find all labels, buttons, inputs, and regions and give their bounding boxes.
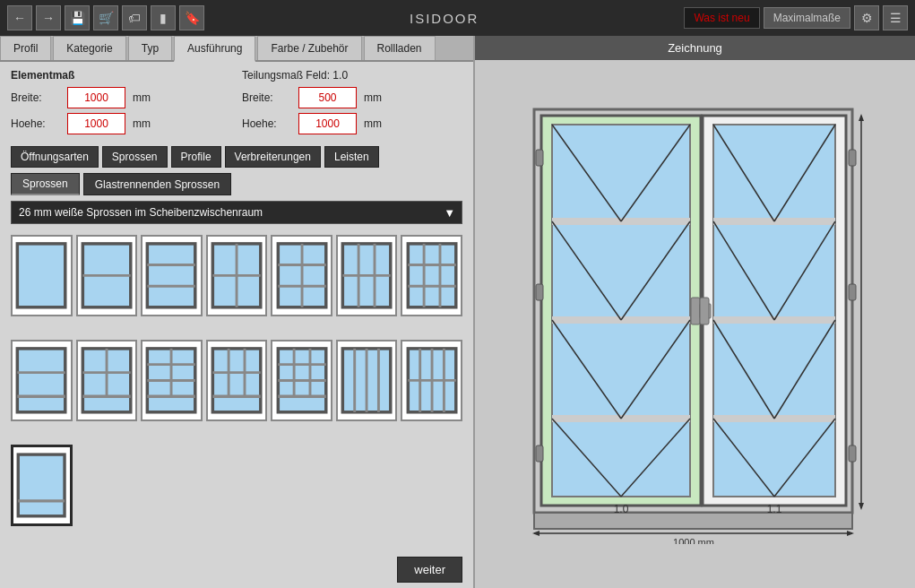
pattern-item[interactable]: [141, 235, 203, 316]
svg-rect-92: [849, 150, 856, 166]
main-content: Profil Kategorie Typ Ausführung Farbe / …: [0, 36, 915, 588]
tab-farbe[interactable]: Farbe / Zubehör: [257, 36, 361, 60]
svg-rect-34: [212, 349, 260, 412]
pattern-item[interactable]: [11, 445, 73, 526]
verbreiterungen-button[interactable]: Verbreiterungen: [225, 146, 321, 168]
hoehe-input[interactable]: [67, 113, 125, 134]
app-title: ISIDOOR: [208, 11, 680, 26]
breite-unit: mm: [133, 91, 151, 104]
breite2-unit: mm: [364, 91, 382, 104]
tab-kategorie[interactable]: Kategorie: [53, 36, 125, 60]
door-svg: 1.0: [525, 105, 866, 544]
hoehe2-label: Hoehe:: [242, 117, 291, 130]
pattern-item[interactable]: [336, 235, 398, 316]
pattern-item[interactable]: [401, 235, 462, 316]
pattern-item[interactable]: [11, 340, 73, 421]
pattern-item[interactable]: [336, 340, 398, 421]
main-button-row: Öffnungsarten Sprossen Profile Verbreite…: [0, 146, 473, 173]
tab-ausfuhrung[interactable]: Ausführung: [174, 36, 255, 62]
tab-typ[interactable]: Typ: [128, 36, 172, 60]
was-ist-neu-button[interactable]: Was ist neu: [684, 7, 759, 29]
pattern-item[interactable]: [11, 235, 73, 316]
teilung-section: Teilungsmaß Feld: 1.0 Breite: mm Hoehe: …: [231, 69, 462, 139]
svg-text:1000 mm: 1000 mm: [673, 537, 714, 544]
pattern-item[interactable]: [206, 235, 268, 316]
hoehe2-unit: mm: [364, 117, 382, 130]
svg-rect-88: [700, 298, 709, 324]
leisten-button[interactable]: Leisten: [324, 146, 379, 168]
sprossen-button[interactable]: Sprossen: [102, 146, 168, 168]
svg-marker-101: [847, 531, 854, 536]
settings-icon[interactable]: ⚙: [854, 5, 879, 30]
left-panel: Profil Kategorie Typ Ausführung Farbe / …: [0, 36, 475, 588]
svg-rect-89: [536, 150, 543, 166]
cart-button[interactable]: 🛒: [93, 5, 118, 30]
pattern-item[interactable]: [76, 235, 138, 316]
svg-text:1.0: 1.0: [613, 503, 628, 515]
pattern-item[interactable]: [271, 235, 332, 316]
element-mass-section: Elementmaß Breite: mm Hoehe: mm: [11, 69, 231, 139]
svg-rect-90: [536, 284, 543, 300]
svg-marker-100: [532, 531, 540, 536]
door-drawing-container: 1.0: [525, 105, 866, 544]
tabs-bar: Profil Kategorie Typ Ausführung Farbe / …: [0, 36, 473, 62]
hoehe2-row: Hoehe: mm: [242, 113, 462, 134]
svg-rect-22: [18, 349, 65, 412]
hoehe-label: Hoehe:: [11, 117, 60, 130]
pattern-item[interactable]: [76, 340, 138, 421]
pattern-grid: [0, 229, 473, 551]
svg-rect-57: [534, 513, 852, 529]
svg-rect-93: [849, 284, 856, 300]
breite2-label: Breite:: [242, 91, 291, 104]
svg-rect-86: [691, 298, 700, 324]
sub-tabs-row: Sprossen Glastrennenden Sprossen: [0, 173, 473, 201]
pattern-item[interactable]: [401, 340, 462, 421]
tag-button[interactable]: 🏷: [122, 5, 147, 30]
right-panel: Zeichnung: [475, 36, 915, 588]
tab-rollladen[interactable]: Rollladen: [364, 36, 436, 60]
weiter-button[interactable]: weiter: [397, 557, 462, 583]
teilung-label: Teilungsmaß Feld: 1.0: [242, 69, 462, 82]
forward-button[interactable]: →: [36, 5, 61, 30]
menu-icon[interactable]: ☰: [883, 5, 908, 30]
maximal-button[interactable]: Maximalmaße: [764, 7, 850, 29]
dropdown-row: 26 mm weiße Sprossen im Scheibenzwischen…: [0, 201, 473, 229]
sub-tab-sprossen[interactable]: Sprossen: [11, 173, 80, 195]
breite-row: Breite: mm: [11, 87, 231, 108]
svg-rect-59: [552, 125, 690, 497]
sprossen-dropdown[interactable]: 26 mm weiße Sprossen im Scheibenzwischen…: [11, 201, 462, 224]
svg-rect-94: [849, 445, 856, 462]
svg-marker-97: [859, 503, 864, 510]
bookmark-button[interactable]: 🔖: [179, 5, 204, 30]
breite2-input[interactable]: [298, 87, 357, 108]
profile-button[interactable]: Profile: [171, 146, 221, 168]
top-bar: ← → 💾 🛒 🏷 ▮ 🔖 ISIDOOR Was ist neu Maxima…: [0, 0, 915, 36]
top-bar-right: Was ist neu Maximalmaße ⚙ ☰: [684, 5, 908, 30]
form-sections: Elementmaß Breite: mm Hoehe: mm Teilungs…: [11, 69, 462, 139]
back-button[interactable]: ←: [7, 5, 32, 30]
hoehe2-input[interactable]: [298, 113, 357, 134]
save-button[interactable]: 💾: [65, 5, 90, 30]
drawing-title: Zeichnung: [475, 36, 915, 60]
breite-input[interactable]: [67, 87, 125, 108]
sub-tab-glastrennende[interactable]: Glastrennenden Sprossen: [83, 173, 231, 195]
hoehe-unit: mm: [133, 117, 151, 130]
svg-rect-73: [713, 125, 835, 497]
svg-marker-96: [859, 114, 864, 121]
svg-rect-91: [536, 445, 543, 462]
svg-rect-54: [18, 454, 65, 516]
pattern-item[interactable]: [271, 340, 332, 421]
tab-profil[interactable]: Profil: [0, 36, 51, 60]
svg-text:1.1: 1.1: [766, 503, 781, 515]
pattern-item[interactable]: [206, 340, 268, 421]
minus-button[interactable]: ▮: [151, 5, 176, 30]
breite2-row: Breite: mm: [242, 87, 462, 108]
svg-rect-17: [408, 244, 455, 307]
oeffnungsarten-button[interactable]: Öffnungsarten: [11, 146, 99, 168]
weiter-row: weiter: [0, 551, 473, 588]
drawing-area: 1.0: [475, 60, 915, 588]
element-mass-title: Elementmaß: [11, 69, 231, 82]
svg-rect-0: [18, 244, 65, 307]
pattern-item[interactable]: [141, 340, 203, 421]
dropdown-wrapper: 26 mm weiße Sprossen im Scheibenzwischen…: [11, 201, 462, 224]
